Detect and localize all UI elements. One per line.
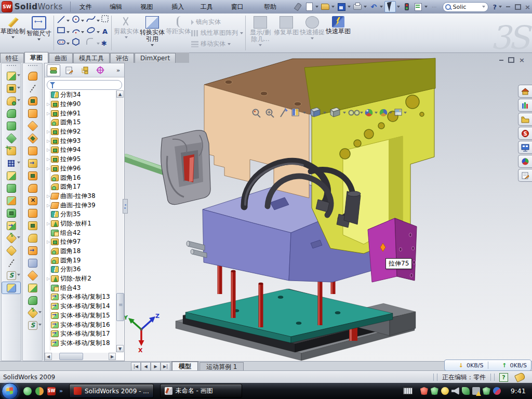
- taskbar-window-button[interactable]: 未命名 - 画图: [160, 384, 242, 398]
- dimxpertmanager-tab-icon[interactable]: [94, 64, 107, 76]
- sketch-fillet-icon[interactable]: [87, 38, 93, 45]
- rapid-sketch-button[interactable]: 快速草图: [325, 14, 351, 52]
- taskbar-clock[interactable]: 9:41: [511, 387, 526, 395]
- home-tab-icon[interactable]: [518, 85, 532, 98]
- taskbar-window-button[interactable]: SolidWorks 2009 - ...: [69, 384, 154, 398]
- tree-item[interactable]: ▷ 拉伸97: [46, 237, 117, 247]
- toolbar-button[interactable]: [23, 82, 42, 95]
- toolbar-button[interactable]: [23, 194, 42, 207]
- quick-launch-icon-2[interactable]: [35, 387, 44, 395]
- tree-item[interactable]: 组合43: [46, 283, 117, 292]
- scroll-down-icon[interactable]: ▼: [116, 345, 124, 352]
- tray-icon-7[interactable]: [483, 387, 490, 395]
- tray-icon-6[interactable]: [472, 387, 480, 395]
- menu-item[interactable]: 工具(T): [195, 0, 225, 14]
- keyboard-icon[interactable]: [403, 388, 413, 394]
- tree-item[interactable]: 实体-移动/复制18: [46, 339, 117, 348]
- scroll-up-icon[interactable]: ▲: [116, 90, 124, 98]
- tree-item[interactable]: 圆角15: [46, 118, 117, 127]
- toolbar-button[interactable]: [2, 219, 21, 232]
- toolbar-button[interactable]: [23, 182, 42, 194]
- toolbar-button[interactable]: [2, 207, 21, 219]
- toolbar-button[interactable]: [2, 132, 21, 144]
- slot-icon[interactable]: [58, 40, 65, 44]
- new-document-icon[interactable]: [304, 2, 314, 12]
- toolbar-button[interactable]: [2, 182, 21, 194]
- tree-horizontal-scrollbar[interactable]: ◀ ▶: [45, 353, 116, 360]
- search-input[interactable]: Solic: [453, 4, 482, 10]
- sketch-button[interactable]: 草图绘制: [0, 14, 26, 52]
- toolbar-button[interactable]: [23, 95, 42, 107]
- menu-item[interactable]: 编辑(E): [104, 0, 135, 14]
- ribbon-tab[interactable]: 曲面: [49, 53, 73, 63]
- arc-icon[interactable]: [73, 30, 79, 33]
- toolbar-button[interactable]: [2, 119, 21, 132]
- toolbar-button[interactable]: [2, 144, 21, 157]
- tree-item[interactable]: 圆角19: [46, 256, 117, 265]
- repair-sketch-button[interactable]: 修复草图: [273, 14, 299, 52]
- tree-item[interactable]: ▷ 曲面-拉伸39: [46, 201, 117, 210]
- quick-launch-overflow-icon[interactable]: »: [59, 388, 63, 394]
- toolbar-button[interactable]: [23, 119, 42, 132]
- tree-item[interactable]: ▷ 切除-放样2: [46, 274, 117, 284]
- toolbar-button[interactable]: [23, 107, 42, 119]
- toolbar-button[interactable]: [23, 132, 42, 144]
- doc-close-icon[interactable]: ×: [519, 57, 525, 63]
- toolbar-button[interactable]: [23, 307, 42, 319]
- toolbar-button[interactable]: [2, 257, 21, 269]
- ribbon-tab[interactable]: 模具工具: [73, 53, 110, 63]
- tray-icon-5[interactable]: [462, 387, 470, 395]
- toolbar-button[interactable]: [23, 257, 42, 269]
- move-entities-button[interactable]: 移动实体: [191, 39, 244, 48]
- tray-icon-8[interactable]: [493, 387, 501, 395]
- file-explorer-tab-icon[interactable]: [518, 113, 532, 126]
- quick-snaps-button[interactable]: 快速捕捉: [299, 14, 325, 52]
- tab-nav-icon[interactable]: ▶|: [161, 362, 170, 371]
- design-library-tab-icon[interactable]: [518, 99, 532, 112]
- tree-item[interactable]: ▷ 拉伸91: [46, 109, 117, 118]
- minimize-icon[interactable]: [503, 3, 512, 11]
- featuremanager-tab-icon[interactable]: [47, 64, 60, 76]
- toolbar-button[interactable]: [23, 269, 42, 282]
- panel-expand-icon[interactable]: »: [116, 67, 120, 74]
- tray-icon-1[interactable]: [420, 387, 428, 395]
- restore-icon[interactable]: [513, 3, 522, 11]
- toolbar-button[interactable]: [2, 82, 21, 95]
- smart-dimension-button[interactable]: 智能尺寸: [26, 14, 52, 52]
- toolbar-button[interactable]: [2, 169, 21, 182]
- tree-item[interactable]: ▷ 拉伸92: [46, 127, 117, 137]
- line-icon[interactable]: [58, 16, 64, 23]
- select-box-icon[interactable]: [102, 16, 108, 22]
- linear-sketch-pattern-button[interactable]: 线性草图阵列: [191, 29, 244, 37]
- ellipse-icon[interactable]: [87, 26, 95, 33]
- toolbar-button[interactable]: [2, 232, 21, 244]
- toolbar-button[interactable]: [2, 157, 21, 169]
- tree-item[interactable]: 圆角18: [46, 247, 117, 256]
- trim-entities-button[interactable]: 剪裁实体: [113, 14, 139, 52]
- rebuild-icon[interactable]: [402, 2, 412, 12]
- search-box[interactable]: Solic: [443, 2, 488, 12]
- filter-input[interactable]: [47, 80, 122, 90]
- toolbar-button[interactable]: [23, 169, 42, 182]
- pin-icon[interactable]: [292, 2, 303, 12]
- panel-splitter[interactable]: ◂▸: [123, 199, 128, 214]
- toolbar-button[interactable]: [23, 157, 42, 169]
- tree-item[interactable]: 实体-移动/复制16: [46, 320, 117, 329]
- point-icon[interactable]: ✱: [101, 39, 107, 47]
- tab-nav-icon[interactable]: ▶: [151, 362, 161, 371]
- tree-vertical-scrollbar[interactable]: ▲ ▼: [116, 90, 124, 352]
- quick-launch-icon-1[interactable]: [23, 387, 32, 395]
- toolbar-button[interactable]: [2, 194, 21, 207]
- tab-nav-icon[interactable]: |◀: [131, 362, 141, 371]
- tab-model[interactable]: 模型: [171, 361, 198, 371]
- tree-item[interactable]: 实体-移动/复制14: [46, 302, 117, 311]
- ribbon-tab[interactable]: 草图: [24, 52, 48, 63]
- ribbon-tab[interactable]: DimXpert: [135, 53, 176, 63]
- scroll-left-icon[interactable]: ◀: [45, 353, 52, 360]
- options-icon[interactable]: [413, 2, 423, 12]
- doc-restore-icon[interactable]: [508, 57, 514, 63]
- tree-item[interactable]: 圆角16: [46, 173, 117, 182]
- scroll-right-icon[interactable]: ▶: [109, 353, 116, 360]
- tree-item[interactable]: 分割34: [46, 90, 117, 100]
- toolbar-button[interactable]: [23, 282, 42, 294]
